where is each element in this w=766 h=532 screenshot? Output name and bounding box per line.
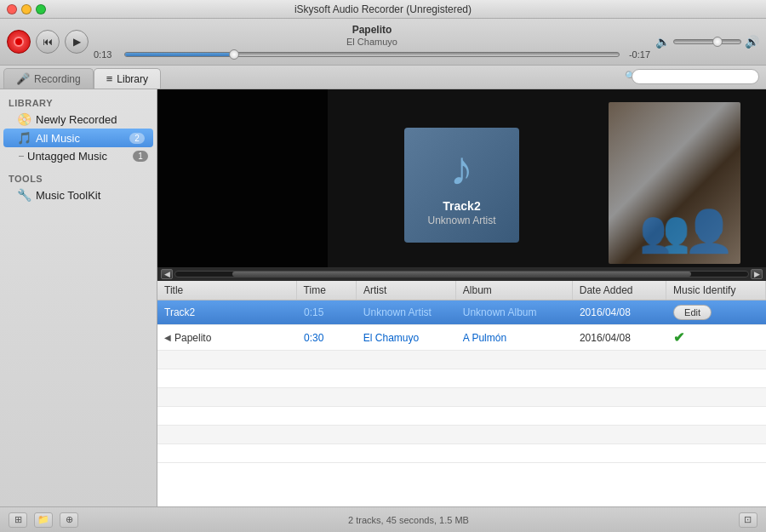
table-row-empty	[157, 444, 766, 463]
table-cell-title-0: Track2	[164, 306, 195, 318]
table-row-empty	[157, 388, 766, 407]
td-date-0: 2016/04/08	[573, 302, 666, 323]
content-area: 👥👤 ♪ Track2 Unknown Artist ◀ ▶ Title Tim…	[157, 89, 766, 506]
untagged-music-badge: 1	[133, 151, 148, 162]
album-art-left-fade	[157, 89, 328, 281]
play-button[interactable]: ▶	[65, 30, 89, 54]
scroll-track-horizontal[interactable]	[174, 271, 749, 277]
track-table: Title Time Artist Album Date Added Music…	[157, 281, 766, 506]
album-art-card: ♪ Track2 Unknown Artist	[404, 128, 519, 243]
sidebar-library-label: LIBRARY	[0, 94, 157, 110]
sidebar-item-all-music[interactable]: 🎵 All Music 2	[3, 129, 153, 147]
track-info: Papelito El Chamuyo	[346, 24, 397, 48]
transport-track-name: Papelito	[352, 24, 392, 36]
volume-high-icon: 🔊	[745, 35, 759, 49]
maximize-button[interactable]	[36, 4, 46, 14]
skip-back-button[interactable]: ⏮	[36, 30, 60, 54]
filter-icon: ⊞	[14, 514, 22, 525]
volume-slider[interactable]	[673, 39, 741, 44]
filter-button[interactable]: ⊞	[9, 512, 27, 528]
progress-row: 0:13 -0:17	[94, 49, 650, 60]
sidebar-item-untagged-music[interactable]: Untagged Music 1	[0, 147, 157, 165]
th-artist: Artist	[357, 281, 456, 300]
td-album-0: Unknown Album	[456, 302, 573, 323]
close-button[interactable]	[7, 4, 17, 14]
progress-track[interactable]	[124, 52, 620, 57]
traffic-lights	[7, 4, 46, 14]
tab-recording[interactable]: 🎤 Recording	[3, 68, 94, 89]
sidebar-music-toolkit-label: Music ToolKit	[36, 189, 100, 202]
th-date: Date Added	[573, 281, 666, 300]
th-album: Album	[456, 281, 573, 300]
table-header: Title Time Artist Album Date Added Music…	[157, 281, 766, 300]
album-track-name: Track2	[443, 199, 480, 213]
edit-button[interactable]: Edit	[673, 305, 712, 320]
td-artist-0: Unknown Artist	[357, 302, 456, 323]
scroll-thumb-horizontal	[232, 272, 690, 277]
window-title: iSkysoft Audio Recorder (Unregistered)	[294, 3, 472, 15]
folder-icon: 📁	[37, 514, 49, 525]
album-scrollbar: ◀ ▶	[157, 267, 766, 281]
play-icon: ▶	[73, 36, 81, 48]
minimize-button[interactable]	[21, 4, 31, 14]
time-remaining: -0:17	[625, 49, 650, 60]
sidebar-item-music-toolkit[interactable]: 🔧 Music ToolKit	[0, 186, 157, 204]
tab-library[interactable]: ≡ Library	[94, 68, 161, 89]
transport-bar: ⏮ ▶ Papelito El Chamuyo 0:13 -0:17 🔈 🔊	[0, 19, 766, 66]
progress-thumb[interactable]	[229, 49, 239, 60]
td-time-0: 0:15	[297, 302, 357, 323]
tab-library-label: Library	[117, 73, 148, 85]
statusbar-right-button[interactable]: ⊡	[739, 512, 757, 528]
th-title: Title	[157, 281, 297, 300]
volume-area: 🔈 🔊	[655, 35, 759, 49]
scroll-right-arrow[interactable]: ▶	[751, 269, 763, 279]
table-row[interactable]: ◀ Papelito 0:30 El Chamuyo A Pulmón 2016…	[157, 325, 766, 351]
sidebar-all-music-label: All Music	[36, 132, 80, 145]
album-art-area: 👥👤 ♪ Track2 Unknown Artist ◀ ▶	[157, 89, 766, 281]
microphone-icon: 🎤	[16, 72, 30, 85]
titlebar: iSkysoft Audio Recorder (Unregistered)	[0, 0, 766, 19]
th-time: Time	[297, 281, 357, 300]
sidebar: LIBRARY 📀 Newly Recorded 🎵 All Music 2 U…	[0, 89, 157, 506]
add-button[interactable]: ⊕	[60, 512, 78, 528]
sidebar-item-newly-recorded[interactable]: 📀 Newly Recorded	[0, 110, 157, 129]
tab-recording-label: Recording	[34, 73, 81, 85]
table-cell-title-1: Papelito	[174, 332, 211, 344]
table-row-empty	[157, 369, 766, 388]
statusbar: ⊞ 📁 ⊕ 2 tracks, 45 seconds, 1.5 MB ⊡	[0, 506, 766, 532]
people-silhouette: 👥👤	[639, 208, 728, 255]
album-artist-name: Unknown Artist	[427, 215, 495, 226]
expand-icon: ⊡	[744, 514, 752, 525]
sidebar-untagged-music-label: Untagged Music	[27, 150, 107, 163]
td-time-1: 0:30	[297, 328, 357, 348]
td-identify-0: Edit	[666, 300, 766, 324]
all-music-icon: 🎵	[17, 131, 31, 145]
td-album-1: A Pulmón	[456, 328, 573, 348]
table-row[interactable]: Track2 0:15 Unknown Artist Unknown Album…	[157, 300, 766, 325]
music-toolkit-icon: 🔧	[17, 188, 31, 202]
newly-recorded-icon: 📀	[17, 112, 31, 126]
playing-icon: ◀	[164, 333, 171, 342]
statusbar-info: 2 tracks, 45 seconds, 1.5 MB	[348, 515, 469, 525]
checkmark-icon: ✔	[673, 329, 684, 346]
volume-thumb[interactable]	[712, 37, 723, 47]
td-title-0: Track2	[157, 302, 297, 323]
transport-track-artist: El Chamuyo	[346, 37, 397, 47]
record-button[interactable]	[7, 30, 31, 54]
folder-button[interactable]: 📁	[34, 512, 53, 528]
record-indicator	[14, 37, 24, 47]
skip-back-icon: ⏮	[43, 36, 53, 48]
add-icon: ⊕	[66, 514, 73, 525]
td-title-1: ◀ Papelito	[157, 328, 297, 348]
progress-fill	[125, 53, 234, 56]
td-artist-1: El Chamuyo	[357, 328, 456, 348]
td-date-1: 2016/04/08	[573, 328, 666, 348]
main-area: LIBRARY 📀 Newly Recorded 🎵 All Music 2 U…	[0, 89, 766, 506]
scroll-left-arrow[interactable]: ◀	[161, 269, 173, 279]
search-input[interactable]	[632, 69, 759, 84]
music-lines-icon: ≡	[106, 72, 113, 85]
th-identify: Music Identify	[666, 281, 766, 300]
time-elapsed: 0:13	[94, 49, 119, 60]
sidebar-newly-recorded-label: Newly Recorded	[36, 113, 117, 126]
volume-low-icon: 🔈	[655, 35, 670, 49]
